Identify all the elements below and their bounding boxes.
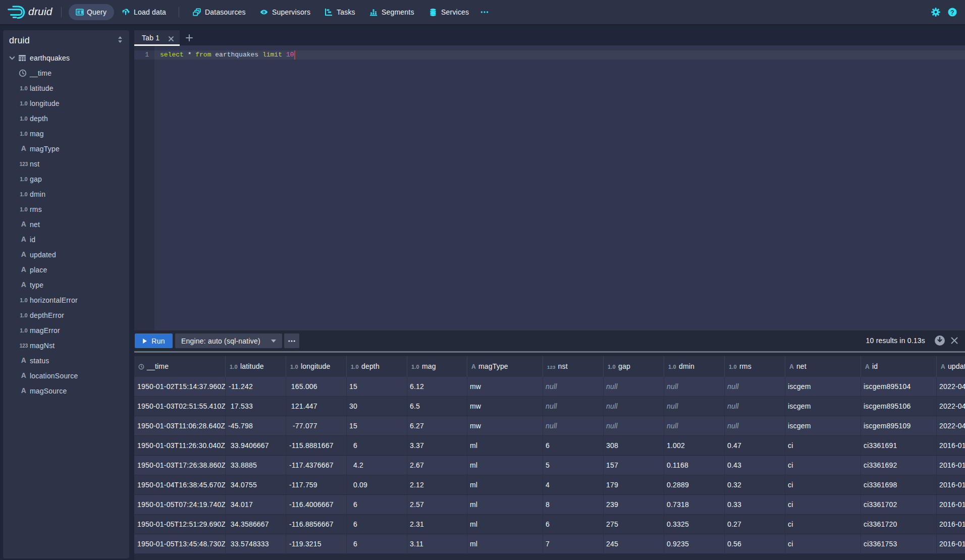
- svg-text:?: ?: [950, 9, 954, 16]
